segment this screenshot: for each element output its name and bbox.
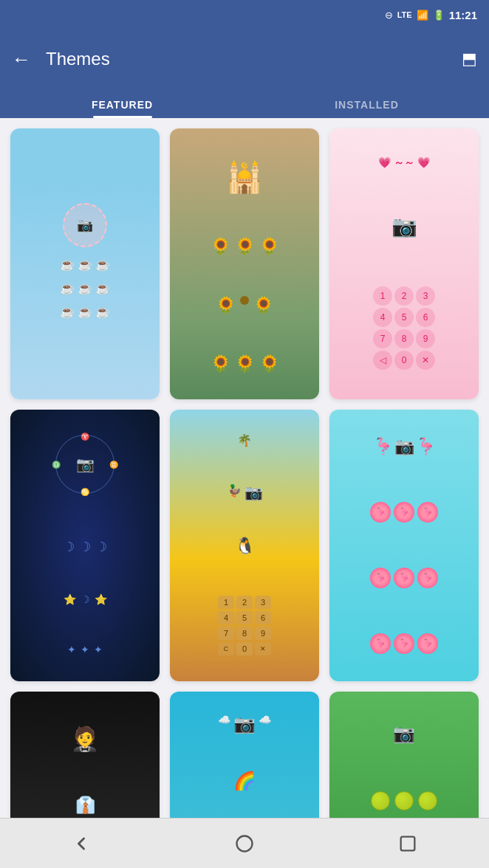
tab-installed[interactable]: INSTALLED [244,89,489,118]
back-button[interactable]: ← [12,49,31,69]
theme-card-zodiac[interactable]: 📷 ♈ ♊ ♋ ♎ ☽☽☽ ⭐☽⭐ ✦✦✦ [10,410,160,681]
theme-grid-container: 📷 ☕☕☕ ☕☕☕ ☕☕☕ 🕌 🌻 🌻 🌻 [0,118,489,818]
theme-card-rainbow[interactable]: ☁️📷☁️ 🌈 🍭 🍭 🍭 💝 💝 💝 💗 💗 [170,692,319,818]
svg-rect-1 [400,836,414,850]
status-signal-icon: 📶 [417,10,428,21]
status-minus-icon: ⊖ [385,10,393,21]
nav-back-button[interactable] [63,825,100,862]
status-bar: ⊖ LTE 📶 🔋 11:21 [0,0,489,30]
svg-point-0 [236,836,252,851]
nav-bar [0,818,489,868]
page-title: Themes [46,49,447,69]
app-bar: ← Themes ⬒ [0,30,489,89]
theme-card-coffee[interactable]: 📷 ☕☕☕ ☕☕☕ ☕☕☕ [10,128,160,399]
theme-card-tennis[interactable]: 📷 [329,692,479,818]
nav-home-button[interactable] [226,825,263,862]
tabs-container: FEATURED INSTALLED [0,89,489,118]
theme-card-suit[interactable]: 🤵 👔 🎗️ ⏱ 🔘 🔘 [10,692,160,818]
theme-card-russia[interactable]: 🕌 🌻 🌻 🌻 🌻 🌻 🌻 🌻 🌻 [170,128,319,399]
theme-card-flamingo[interactable]: 🦩📷🦩 🦩 🦩 🦩 🦩 🦩 🦩 🦩 🦩 🦩 [329,410,479,681]
theme-card-penguin[interactable]: 🌴 🦆📷 🐧 1 2 3 4 5 6 7 8 9 C 0 [170,410,319,681]
save-button[interactable]: ⬒ [462,49,477,69]
theme-grid: 📷 ☕☕☕ ☕☕☕ ☕☕☕ 🕌 🌻 🌻 🌻 [10,128,479,818]
tab-featured[interactable]: FEATURED [0,89,244,118]
status-lte-icon: LTE [397,10,412,19]
status-time: 11:21 [449,9,477,21]
status-battery-icon: 🔋 [433,10,445,21]
theme-card-hearts[interactable]: 💗 ～～ 💗 📷 123 456 789 ◁0✕ [329,128,479,399]
nav-recent-button[interactable] [389,825,426,862]
